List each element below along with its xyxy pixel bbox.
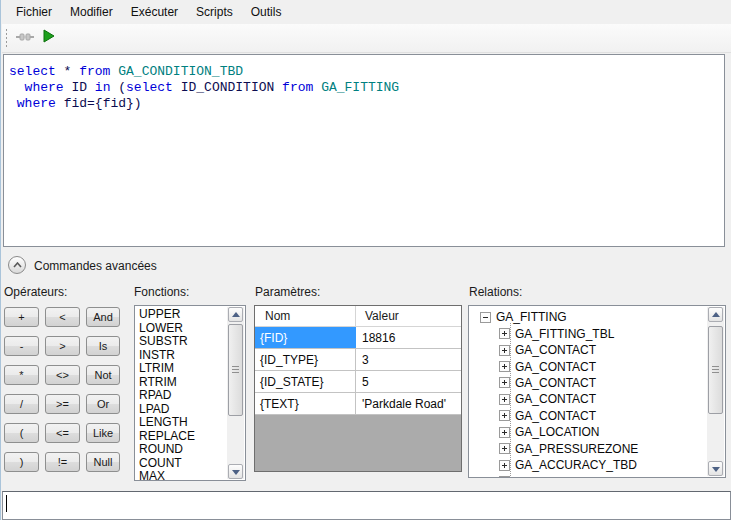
param-name-cell[interactable]: {TEXT} (255, 393, 356, 414)
param-value-cell[interactable]: 3 (356, 349, 461, 370)
function-item-count[interactable]: COUNT (139, 457, 226, 471)
sql-token: * (56, 64, 79, 79)
sql-line: select * from GA_CONDITION_TBD (9, 64, 720, 80)
functions-list[interactable]: UPPERLOWERSUBSTRINSTRLTRIMRTRIMRPADLPADL… (134, 305, 246, 481)
tree-item-label: GA_CONTACT (515, 343, 596, 357)
text-caret (6, 495, 7, 512)
function-item-length[interactable]: LENGTH (139, 416, 226, 430)
tree-plus-icon[interactable] (499, 443, 510, 454)
function-item-round[interactable]: ROUND (139, 443, 226, 457)
tree-item-label: GA_FITTING (496, 310, 567, 324)
scroll-down-button[interactable] (228, 464, 243, 479)
tree-plus-icon[interactable] (499, 361, 510, 372)
operator-button-divide[interactable]: / (4, 394, 39, 414)
operator-button-is[interactable]: Is (86, 336, 120, 356)
function-item-rtrim[interactable]: RTRIM (139, 376, 226, 390)
function-item-upper[interactable]: UPPER (139, 308, 226, 322)
scrollbar-thumb[interactable] (708, 326, 723, 414)
operator-button-multiply[interactable]: * (4, 365, 39, 385)
operator-button-minus[interactable]: - (4, 336, 39, 356)
advanced-toggle-button[interactable] (8, 256, 26, 274)
operators-label: Opérateurs: (4, 285, 67, 299)
sql-token: select (9, 64, 56, 79)
sql-token (313, 80, 321, 95)
connect-icon (16, 29, 34, 47)
tree-plus-icon[interactable] (499, 377, 510, 388)
sql-token: in (95, 80, 111, 95)
tree-plus-icon[interactable] (499, 394, 510, 405)
sql-editor[interactable]: select * from GA_CONDITION_TBD where ID … (3, 54, 725, 247)
scroll-up-button[interactable] (708, 307, 723, 322)
param-row--id-type-: {ID_TYPE}3 (255, 349, 461, 371)
sql-line: where ID in (select ID_CONDITION from GA… (9, 80, 720, 96)
function-item-substr[interactable]: SUBSTR (139, 335, 226, 349)
menu-item-fichier[interactable]: Fichier (7, 1, 61, 23)
operator-button-greater-or-equal[interactable]: >= (45, 394, 80, 414)
operator-button-open-paren[interactable]: ( (4, 423, 39, 443)
param-name-cell[interactable]: {ID_TYPE} (255, 349, 356, 370)
run-query-button[interactable] (37, 26, 61, 50)
function-item-instr[interactable]: INSTR (139, 349, 226, 363)
sql-token: from (79, 64, 110, 79)
sql-token (9, 96, 17, 111)
tree-plus-icon[interactable] (499, 410, 510, 421)
menu-item-modifier[interactable]: Modifier (61, 1, 122, 23)
output-console[interactable] (2, 491, 731, 520)
function-item-lpad[interactable]: LPAD (139, 403, 226, 417)
operator-button-not-equal[interactable]: <> (45, 365, 80, 385)
param-name-cell[interactable]: {FID} (255, 327, 356, 348)
connect-button[interactable] (13, 26, 37, 50)
scroll-down-button[interactable] (708, 461, 723, 476)
tree-item-label: GA_FITTING_TBL (515, 327, 614, 341)
param-name-cell[interactable]: {ID_STATE} (255, 371, 356, 392)
operator-button-less-or-equal[interactable]: <= (45, 423, 80, 443)
function-item-max[interactable]: MAX (139, 470, 226, 481)
relations-label: Relations: (469, 285, 522, 299)
sql-token: fid={fid}) (56, 96, 142, 111)
tree-plus-icon[interactable] (499, 427, 510, 438)
tree-minus-icon[interactable] (480, 312, 491, 323)
functions-scrollbar[interactable] (227, 307, 244, 479)
tree-item-label: GA_ACCURACY_TBD (515, 458, 637, 472)
operator-button-less-than[interactable]: < (45, 307, 80, 327)
function-item-ltrim[interactable]: LTRIM (139, 362, 226, 376)
operator-button-or[interactable]: Or (86, 394, 120, 414)
toolbar-grip-handle[interactable] (5, 28, 8, 48)
param-value-cell[interactable]: 5 (356, 371, 461, 392)
parameters-table[interactable]: Nom Valeur {FID}18816{ID_TYPE}3{ID_STATE… (254, 305, 462, 472)
tree-plus-icon[interactable] (499, 328, 510, 339)
operator-button-not[interactable]: Not (86, 365, 120, 385)
operator-button-plus[interactable]: + (4, 307, 39, 327)
parameters-table-header: Nom Valeur (255, 306, 461, 327)
arrow-down-icon (232, 470, 240, 475)
tree-item-label: GA_CONTACT (515, 409, 596, 423)
tree-plus-icon[interactable] (499, 476, 510, 478)
menu-item-outils[interactable]: Outils (242, 1, 291, 23)
function-item-lower[interactable]: LOWER (139, 322, 226, 336)
operator-button-close-paren[interactable]: ) (4, 452, 39, 472)
relations-scrollbar[interactable] (707, 307, 724, 476)
param-row--id-state-: {ID_STATE}5 (255, 371, 461, 393)
column-header-valeur[interactable]: Valeur (356, 306, 461, 326)
param-value-cell[interactable]: 18816 (356, 327, 461, 348)
relations-tree[interactable]: GA_FITTINGGA_FITTING_TBLGA_CONTACTGA_CON… (468, 305, 726, 478)
sql-token: where (17, 96, 56, 111)
operator-button-inequality[interactable]: != (45, 452, 80, 472)
operator-button-and[interactable]: And (86, 307, 120, 327)
menu-item-executer[interactable]: Exécuter (122, 1, 187, 23)
operator-button-null[interactable]: Null (86, 452, 120, 472)
sql-token: ( (110, 80, 126, 95)
function-item-rpad[interactable]: RPAD (139, 389, 226, 403)
function-item-replace[interactable]: REPLACE (139, 430, 226, 444)
sql-token: select (126, 80, 173, 95)
column-header-nom[interactable]: Nom (255, 306, 356, 326)
scrollbar-thumb[interactable] (228, 324, 243, 416)
tree-plus-icon[interactable] (499, 345, 510, 356)
param-value-cell[interactable]: 'Parkdale Road' (356, 393, 461, 414)
scroll-up-button[interactable] (228, 307, 243, 322)
operator-button-greater-than[interactable]: > (45, 336, 80, 356)
operator-button-like[interactable]: Like (86, 423, 120, 443)
sql-token: ID_CONDITION (173, 80, 282, 95)
menu-item-scripts[interactable]: Scripts (187, 1, 242, 23)
tree-plus-icon[interactable] (499, 460, 510, 471)
